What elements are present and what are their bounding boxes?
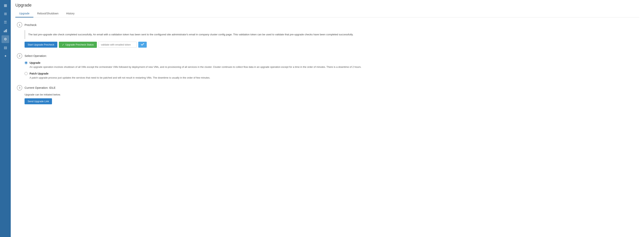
svg-rect-2 xyxy=(6,29,7,32)
step2-circle: 2 xyxy=(17,53,22,59)
step1-button-row: Start Upgrade Precheck ✓ Upgrade Prechec… xyxy=(24,42,638,48)
svg-rect-1 xyxy=(5,30,6,32)
tabs: Upgrade Reboot/Shutdown History xyxy=(15,10,640,18)
precheck-status-button[interactable]: ✓ Upgrade Precheck Status xyxy=(59,42,97,48)
tab-upgrade[interactable]: Upgrade xyxy=(15,10,33,18)
token-input[interactable] xyxy=(98,42,137,48)
step2-section: 2 Select Operation: Upgrade An upgrade o… xyxy=(17,53,638,80)
step1-header: 1 Precheck xyxy=(17,22,638,28)
list-icon[interactable]: ☰ xyxy=(2,19,9,26)
tab-history[interactable]: History xyxy=(62,10,78,18)
token-confirm-button[interactable] xyxy=(138,42,147,48)
upgrade-option: Upgrade An upgrade operation involves sh… xyxy=(24,61,638,69)
step1-section: 1 Precheck The last pre-upgrade site che… xyxy=(17,22,638,48)
chart-icon[interactable] xyxy=(2,27,9,35)
step2-title: Select Operation: xyxy=(24,54,47,57)
step2-header: 2 Select Operation: xyxy=(17,53,638,59)
checkmark-icon xyxy=(141,43,144,46)
patch-radio-label[interactable]: Patch Upgrade xyxy=(30,72,48,75)
step1-title: Precheck xyxy=(24,23,37,27)
step3-header: 3 Current Operation: IDLE xyxy=(17,85,638,90)
tab-reboot-shutdown[interactable]: Reboot/Shutdown xyxy=(33,10,62,18)
tools-icon[interactable]: ✦ xyxy=(2,52,9,60)
monitor-icon[interactable]: ▤ xyxy=(2,44,9,52)
step1-circle: 1 xyxy=(17,22,22,28)
patch-radio[interactable] xyxy=(24,72,28,75)
content-area: 1 Precheck The last pre-upgrade site che… xyxy=(11,18,644,237)
operation-options: Upgrade An upgrade operation involves sh… xyxy=(24,61,638,80)
page-title: Upgrade xyxy=(15,3,640,8)
upgrade-description: An upgrade operation involves shutdown o… xyxy=(30,65,638,69)
patch-upgrade-option: Patch Upgrade A patch upgrade process ju… xyxy=(24,72,638,80)
step3-title: Current Operation: IDLE xyxy=(24,86,56,89)
step3-content: Upgrade can be initiated below. Send Upg… xyxy=(24,93,638,104)
start-precheck-button[interactable]: Start Upgrade Precheck xyxy=(24,42,57,48)
apps-icon[interactable]: ⊞ xyxy=(2,10,9,18)
svg-rect-0 xyxy=(4,31,4,32)
upgrade-radio[interactable] xyxy=(24,61,28,64)
patch-description: A patch upgrade process just updates the… xyxy=(30,76,638,80)
step1-info-box: The last pre-upgrade site check complete… xyxy=(24,30,638,39)
dashboard-icon[interactable]: ▦ xyxy=(2,2,9,9)
main-content: Upgrade Upgrade Reboot/Shutdown History … xyxy=(11,0,644,237)
send-upgrade-link-button[interactable]: Send Upgrade Link xyxy=(24,98,52,104)
step3-subtext: Upgrade can be initiated below. xyxy=(24,93,638,96)
check-icon: ✓ xyxy=(62,43,64,46)
sidebar: ▦ ⊞ ☰ ⚙ ▤ ✦ xyxy=(0,0,11,237)
step1-info-text: The last pre-upgrade site check complete… xyxy=(28,33,354,36)
settings-icon[interactable]: ⚙ xyxy=(2,35,9,43)
upgrade-radio-label[interactable]: Upgrade xyxy=(30,61,40,64)
page-header: Upgrade Upgrade Reboot/Shutdown History xyxy=(11,0,644,18)
step3-circle: 3 xyxy=(17,85,22,90)
step3-section: 3 Current Operation: IDLE Upgrade can be… xyxy=(17,85,638,104)
